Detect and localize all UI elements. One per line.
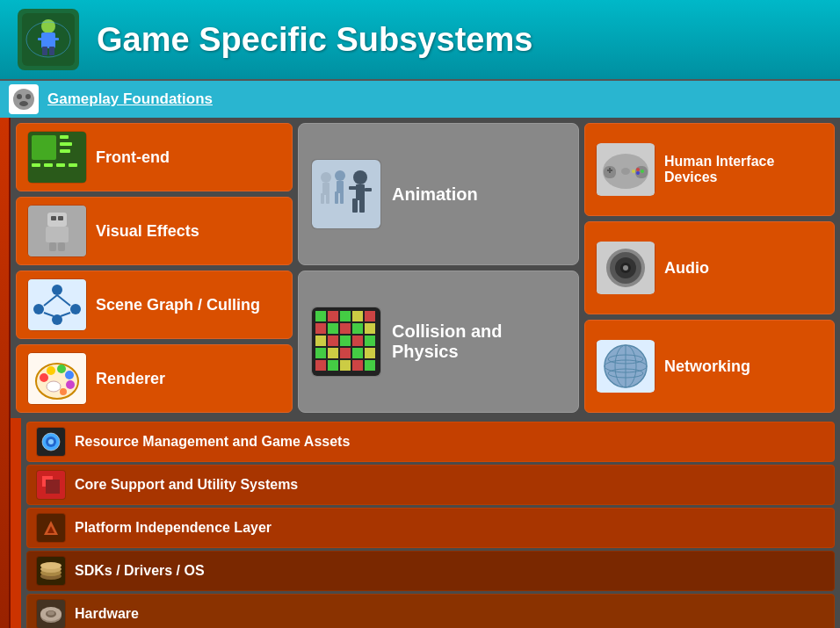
svg-rect-57 — [340, 191, 344, 204]
resource-icon — [36, 427, 66, 457]
scene-graph-card[interactable]: Scene Graph / Culling — [16, 271, 293, 339]
svg-rect-26 — [37, 228, 46, 234]
svg-point-11 — [19, 101, 28, 106]
svg-rect-74 — [365, 323, 375, 334]
svg-point-106 — [623, 265, 628, 271]
svg-rect-24 — [58, 216, 63, 220]
svg-point-8 — [13, 89, 34, 110]
visual-effects-card[interactable]: Visual Effects — [16, 197, 293, 265]
svg-rect-28 — [49, 242, 56, 251]
main-container: Game Specific Subsystems Gameplay Founda… — [0, 0, 840, 628]
core-bar[interactable]: Core Support and Utility Systems — [26, 465, 835, 505]
platform-bar[interactable]: Platform Independence Layer — [26, 508, 835, 548]
svg-rect-86 — [328, 360, 338, 371]
svg-point-54 — [335, 170, 345, 181]
networking-card[interactable]: Networking — [584, 320, 835, 413]
resource-bar[interactable]: Resource Management and Game Assets — [26, 422, 835, 462]
hardware-bar[interactable]: Hardware — [26, 594, 835, 628]
svg-rect-3 — [38, 38, 45, 40]
bottom-section: Resource Management and Game Assets Core… — [11, 418, 840, 628]
sdks-label: SDKs / Drivers / OS — [75, 563, 205, 579]
hid-icon — [596, 143, 655, 196]
svg-point-118 — [48, 439, 54, 444]
audio-label: Audio — [664, 259, 709, 278]
svg-point-48 — [47, 381, 61, 392]
animation-icon — [311, 159, 381, 229]
visual-effects-icon — [27, 205, 87, 257]
svg-rect-66 — [328, 311, 338, 321]
gameplay-bar-label: Gameplay Foundations — [47, 90, 213, 108]
svg-point-32 — [33, 304, 44, 314]
svg-rect-22 — [47, 213, 67, 227]
svg-point-44 — [57, 365, 66, 373]
svg-rect-88 — [352, 360, 363, 371]
svg-point-135 — [47, 611, 54, 616]
resource-label: Resource Management and Game Assets — [75, 434, 350, 450]
svg-rect-78 — [352, 336, 363, 346]
middle-column: Animation — [298, 123, 579, 413]
audio-card[interactable]: Audio — [584, 221, 835, 314]
svg-rect-13 — [32, 135, 56, 160]
svg-point-96 — [636, 168, 640, 171]
svg-rect-73 — [352, 323, 363, 334]
svg-rect-72 — [340, 323, 351, 334]
svg-point-46 — [66, 380, 75, 389]
svg-rect-71 — [328, 323, 338, 334]
left-accent-bar — [0, 118, 11, 628]
svg-rect-4 — [52, 38, 59, 40]
svg-point-10 — [25, 94, 31, 99]
svg-rect-53 — [326, 193, 329, 204]
svg-rect-85 — [315, 360, 326, 371]
collision-card[interactable]: Collision and Physics — [298, 271, 579, 413]
svg-rect-56 — [335, 191, 338, 204]
svg-rect-65 — [315, 311, 326, 321]
svg-rect-61 — [359, 199, 365, 213]
svg-point-45 — [65, 371, 74, 379]
renderer-label: Renderer — [96, 370, 165, 388]
svg-rect-69 — [365, 311, 375, 321]
svg-rect-80 — [315, 348, 326, 358]
platform-label: Platform Independence Layer — [75, 520, 272, 536]
svg-rect-83 — [352, 348, 363, 358]
svg-rect-75 — [315, 336, 326, 346]
gameplay-bar[interactable]: Gameplay Foundations — [0, 79, 840, 118]
svg-rect-14 — [60, 135, 69, 139]
visual-effects-label: Visual Effects — [96, 222, 199, 241]
header-icon — [18, 9, 79, 70]
bottom-content: Resource Management and Game Assets Core… — [21, 418, 840, 628]
svg-rect-17 — [32, 163, 40, 167]
frontend-label: Front-end — [96, 148, 170, 167]
svg-point-9 — [17, 94, 22, 99]
svg-rect-25 — [46, 227, 69, 242]
hid-card[interactable]: Human Interface Devices — [584, 123, 835, 216]
svg-rect-82 — [340, 348, 351, 358]
collision-icon — [311, 307, 381, 377]
svg-rect-84 — [365, 348, 375, 358]
svg-rect-19 — [56, 163, 65, 167]
frontend-card[interactable]: Front-end — [16, 123, 293, 191]
svg-rect-60 — [352, 199, 358, 213]
svg-rect-15 — [60, 142, 72, 146]
bottom-accent — [11, 418, 21, 628]
renderer-card[interactable]: Renderer — [16, 344, 293, 413]
svg-rect-63 — [365, 188, 372, 191]
header-title: Game Specific Subsystems — [97, 21, 532, 59]
sdks-bar[interactable]: SDKs / Drivers / OS — [26, 551, 835, 591]
animation-label: Animation — [392, 184, 478, 205]
svg-rect-27 — [69, 228, 77, 234]
platform-icon — [36, 513, 66, 543]
svg-rect-77 — [340, 336, 351, 346]
svg-rect-62 — [349, 186, 358, 190]
svg-rect-23 — [51, 216, 56, 220]
svg-rect-18 — [44, 163, 53, 167]
animation-card[interactable]: Animation — [298, 123, 579, 265]
svg-rect-122 — [46, 480, 60, 494]
audio-icon — [596, 242, 655, 294]
hardware-icon — [36, 599, 66, 628]
svg-point-58 — [353, 170, 367, 184]
svg-rect-87 — [340, 360, 351, 371]
svg-rect-20 — [69, 163, 77, 167]
sdks-icon — [36, 556, 66, 586]
svg-point-100 — [621, 168, 630, 175]
svg-rect-51 — [322, 183, 329, 195]
